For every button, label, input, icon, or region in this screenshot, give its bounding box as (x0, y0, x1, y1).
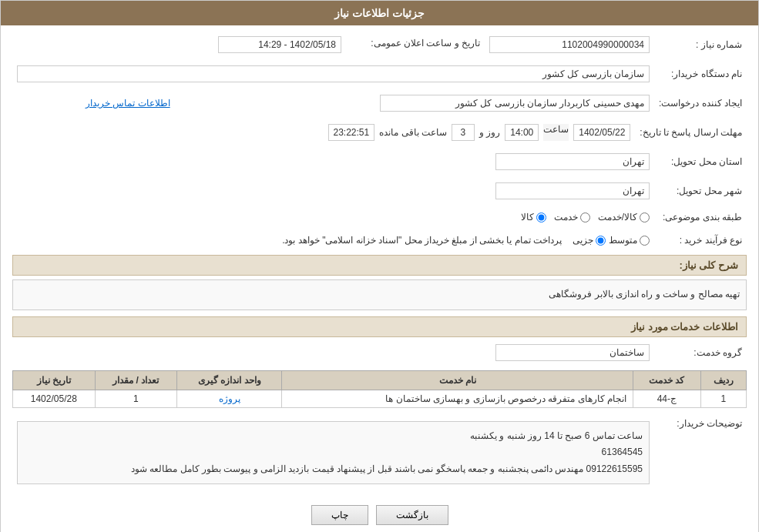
page-wrapper: جزئیات اطلاعات نیاز شماره نیاز : 1102004… (0, 0, 759, 532)
buyer-org-label: نام دستگاه خریدار: (654, 62, 747, 85)
category-label-kala-khadamat: کالا/خدمت (598, 212, 637, 223)
creator-row: ایجاد کننده درخواست: مهدی حسینی کاربردار… (12, 92, 747, 115)
cell-code-1: ج-44 (633, 390, 701, 407)
category-row: طبقه بندی موضوعی: کالا/خدمت خدمت (12, 209, 747, 226)
cell-name-1: انجام کارهای متفرقه درخصوص بازسازی و بهس… (282, 390, 633, 407)
service-group-row: گروه خدمت: ساختمان (12, 341, 747, 364)
purchase-type-row: نوع فرآیند خرید : متوسط جزیی پرداخت تمام… (12, 232, 747, 249)
main-content: شماره نیاز : 1102004990000034 تاریخ و سا… (1, 25, 758, 532)
purchase-type-desc: پرداخت تمام یا بخشی از مبلغ خریداز محل "… (282, 235, 562, 246)
category-option-kala-khadamat[interactable]: کالا/خدمت (598, 212, 650, 223)
city-label: شهر محل تحویل: (654, 179, 747, 202)
table-row: 1 ج-44 انجام کارهای متفرقه درخصوص بازساز… (13, 390, 747, 407)
category-option-kala[interactable]: کالا (521, 212, 546, 223)
category-option-khadamat[interactable]: خدمت (554, 212, 590, 223)
service-group-label: گروه خدمت: (654, 341, 747, 364)
purchase-type-option-jozii[interactable]: جزیی (573, 235, 606, 246)
purchase-type-label: نوع فرآیند خرید : (654, 232, 747, 249)
need-number-label: شماره نیاز : (654, 33, 747, 56)
category-radio-kala[interactable] (536, 212, 546, 223)
general-desc-value: تهیه مصالح و ساخت و راه اندازی بالابر فر… (12, 279, 747, 310)
contact-link[interactable]: اطلاعات تماس خریدار (86, 98, 170, 109)
col-header-name: نام خدمت (282, 370, 633, 390)
deadline-label: مهلت ارسال پاسخ تا تاریخ: (635, 121, 747, 144)
category-radio-kala-khadamat[interactable] (640, 212, 650, 223)
announce-label: تاریخ و ساعت اعلان عمومی: (371, 38, 480, 49)
purchase-type-label-motavasset: متوسط (609, 235, 637, 246)
col-header-unit: واحد اندازه گیری (177, 370, 282, 390)
announce-row: تاریخ و ساعت اعلان عمومی: (351, 38, 480, 49)
services-info-section-title: اطلاعات خدمات مورد نیاز (12, 316, 747, 337)
general-desc-section-title: شرح کلی نیاز: (12, 255, 747, 276)
deadline-remaining: 23:22:51 (328, 124, 375, 141)
purchase-type-label-jozii: جزیی (573, 235, 593, 246)
deadline-time-label: ساعت (543, 124, 569, 141)
deadline-row: مهلت ارسال پاسخ تا تاریخ: 1402/05/22 ساع… (12, 121, 747, 144)
buyer-notes-line2: 09122615595 مهندس دائمی پنجشنبه و جمعه پ… (24, 461, 643, 478)
city-row: شهر محل تحویل: تهران (12, 179, 747, 202)
province-label: استان محل تحویل: (654, 150, 747, 173)
purchase-type-group: متوسط جزیی پرداخت تمام یا بخشی از مبلغ خ… (17, 235, 650, 246)
cell-qty-1: 1 (95, 390, 176, 407)
col-header-code: کد خدمت (633, 370, 701, 390)
services-table: ردیف کد خدمت نام خدمت واحد اندازه گیری ت… (12, 370, 747, 408)
creator-value: مهدی حسینی کاربردار سازمان بازرسی کل کشو… (380, 95, 650, 112)
category-radio-group: کالا/خدمت خدمت کالا (17, 212, 650, 223)
purchase-type-option-motavasset[interactable]: متوسط (609, 235, 650, 246)
buyer-notes-content: ساعت تماس 6 صبح تا 14 روز شنبه و یکشنبه … (17, 421, 650, 485)
col-header-row: ردیف (700, 370, 746, 390)
category-label-khadamat: خدمت (554, 212, 578, 223)
deadline-days: 3 (452, 124, 475, 141)
buyer-org-value: سازمان بازرسی کل کشور (17, 65, 650, 82)
category-label-kala: کالا (521, 212, 534, 223)
announce-value: 1402/05/18 - 14:29 (218, 36, 341, 53)
deadline-days-label: روز و (479, 127, 500, 138)
deadline-remaining-label: ساعت باقی مانده (379, 127, 447, 138)
cell-unit-1: پروژه (177, 390, 282, 407)
purchase-type-radio-motavasset[interactable] (640, 236, 650, 246)
category-radio-khadamat[interactable] (580, 212, 590, 223)
deadline-time: 14:00 (505, 124, 539, 141)
cell-row-1: 1 (700, 390, 746, 407)
col-header-date: تاریخ نیاز (13, 370, 96, 390)
service-group-value: ساختمان (495, 344, 650, 361)
buyer-notes-phone1: 61364545 (24, 444, 643, 461)
creator-label: ایجاد کننده درخواست: (654, 92, 747, 115)
need-number-row: شماره نیاز : 1102004990000034 تاریخ و سا… (12, 33, 747, 56)
cell-date-1: 1402/05/28 (13, 390, 96, 407)
print-button[interactable]: چاپ (311, 505, 368, 525)
buyer-org-row: نام دستگاه خریدار: سازمان بازرسی کل کشور (12, 62, 747, 85)
deadline-date: 1402/05/22 (573, 124, 630, 141)
col-header-qty: تعداد / مقدار (95, 370, 176, 390)
purchase-type-radio-jozii[interactable] (596, 236, 606, 246)
page-title: جزئیات اطلاعات نیاز (1, 1, 758, 25)
buyer-notes-row: توضیحات خریدار: ساعت تماس 6 صبح تا 14 رو… (12, 414, 747, 492)
back-button[interactable]: بازگشت (376, 505, 448, 525)
city-value: تهران (495, 182, 650, 199)
category-label: طبقه بندی موضوعی: (654, 209, 747, 226)
deadline-details: 1402/05/22 ساعت 14:00 روز و 3 ساعت باقی … (17, 124, 630, 141)
province-value: تهران (495, 153, 650, 170)
need-number-value: 1102004990000034 (489, 36, 650, 53)
buyer-notes-label: توضیحات خریدار: (654, 414, 747, 492)
buttons-row: بازگشت چاپ (12, 497, 747, 532)
province-row: استان محل تحویل: تهران (12, 150, 747, 173)
buyer-notes-line1: ساعت تماس 6 صبح تا 14 روز شنبه و یکشنبه (24, 428, 643, 445)
